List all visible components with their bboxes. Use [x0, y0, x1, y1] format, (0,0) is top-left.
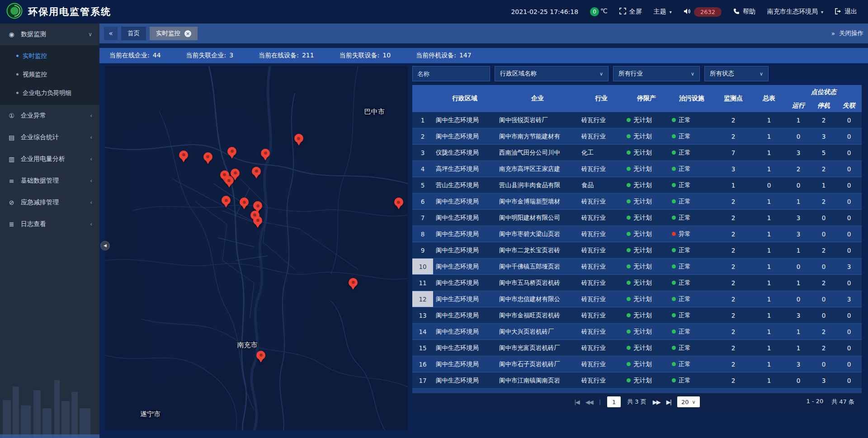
industry-cell: 砖瓦行业 — [579, 275, 624, 291]
monitor-count-cell: 3 — [714, 161, 752, 177]
sidebar-item-company-abnormal[interactable]: ① 企业异常 ‹ — [0, 105, 99, 127]
offline-count-cell: 0 — [836, 356, 862, 372]
table-row[interactable]: 18 南部生态环境局 南部县建丰建材有限公 砖瓦行业 无计划 正常 2 1 0 — [412, 389, 862, 393]
offline-count-cell: 0 — [836, 389, 862, 393]
monitor-count-cell: 2 — [714, 291, 752, 307]
offline-count-cell: 0 — [836, 161, 862, 177]
status-dot-icon — [627, 281, 631, 285]
body-row: ◉ 数据监测 ∨ 实时监控 视频监控 企业电力负荷明细 — [0, 24, 868, 438]
table-row[interactable]: 13 阆中生态环境局 阆中市金福旺页岩机砖 砖瓦行业 无计划 正常 2 1 3 — [412, 307, 862, 324]
table-row[interactable]: 17 阆中生态环境局 阆中市江南镇阆南页岩 砖瓦行业 无计划 正常 2 1 0 — [412, 372, 862, 389]
stats-bar: 当前在线企业:44 当前失联企业:3 当前在线设备:211 当前失联设备:10 … — [99, 48, 868, 63]
status-filter-select[interactable]: 所有状态 ∨ — [704, 66, 769, 81]
facility-status-cell: 正常 — [669, 324, 714, 339]
sidebar-item-base-data[interactable]: ≡ 基础数据管理 ‹ — [0, 170, 99, 192]
map-pin[interactable] — [349, 278, 358, 290]
map-pin[interactable] — [231, 169, 240, 181]
stopped-count-cell: 2 — [811, 340, 836, 356]
industry-cell: 砖瓦行业 — [579, 210, 624, 226]
map-pin[interactable] — [179, 151, 188, 163]
stat-item: 当前在线设备:211 — [259, 52, 314, 60]
limit-status-cell: 无计划 — [624, 307, 669, 323]
industry-cell: 砖瓦行业 — [579, 193, 624, 209]
map-pin[interactable] — [240, 198, 249, 210]
table-row[interactable]: 3 仪陇生态环境局 西南油气田分公司川中 化工 无计划 正常 7 1 3 — [412, 145, 862, 161]
facility-status-cell: 正常 — [669, 161, 714, 177]
organization-dropdown[interactable]: 南充市生态环境局 ▾ — [767, 8, 823, 16]
sidebar-item-data-monitor[interactable]: ◉ 数据监测 ∨ — [0, 24, 99, 45]
tabs-scroll-left-button[interactable]: « — [104, 27, 118, 40]
close-operations-button[interactable]: » 关闭操作 — [831, 29, 863, 38]
sidebar-item-realtime-monitor[interactable]: 实时监控 — [0, 47, 99, 65]
region-cell: 南部生态环境局 — [433, 389, 496, 393]
table-row[interactable]: 6 阆中生态环境局 阆中市金博瑞新型墙材 砖瓦行业 无计划 正常 2 1 1 — [412, 193, 862, 210]
last-page-button[interactable]: ▶| — [666, 399, 671, 405]
sidebar-item-log-view[interactable]: ≣ 日志查看 ‹ — [0, 213, 99, 235]
facility-status-cell: 正常 — [669, 259, 714, 274]
logout-button[interactable]: 退出 — [835, 8, 857, 16]
sidebar-item-emergency-reduction[interactable]: ⊘ 应急减排管理 ‹ — [0, 192, 99, 213]
running-count-cell: 1 — [786, 340, 811, 356]
map-pin[interactable] — [294, 134, 303, 146]
pin-tip-icon — [258, 358, 264, 363]
fullscreen-button[interactable]: 全屏 — [619, 8, 642, 16]
map-city-label: 遂宁市 — [140, 410, 160, 418]
running-count-cell: 3 — [786, 356, 811, 372]
map-collapse-handle[interactable]: ◀ — [100, 241, 110, 250]
table-row[interactable]: 15 阆中生态环境局 阆中市光富页岩机砖厂 砖瓦行业 无计划 正常 2 1 1 — [412, 340, 862, 356]
prev-page-button[interactable]: ◀◀ — [585, 399, 593, 405]
stat-value: 147 — [459, 52, 472, 60]
map-pin[interactable] — [256, 351, 265, 363]
table-row[interactable]: 8 阆中生态环境局 阆中市枣碧大梁山页岩 砖瓦行业 无计划 异常 2 1 3 — [412, 226, 862, 242]
table-row[interactable]: 14 阆中生态环境局 阆中大兴页岩机砖厂 砖瓦行业 无计划 正常 2 1 1 — [412, 324, 862, 340]
page-size-select[interactable]: 20∨ — [677, 396, 700, 407]
table-row[interactable]: 11 阆中生态环境局 阆中市五马桥页岩机砖 砖瓦行业 无计划 正常 2 1 1 — [412, 275, 862, 291]
map-pin[interactable] — [252, 167, 261, 179]
range-label: 1 - 20 — [806, 398, 823, 406]
table-row[interactable]: 1 阆中生态环境局 阆中强锐页岩砖厂 砖瓦行业 无计划 正常 2 1 1 — [412, 112, 862, 128]
sidebar-item-label: 基础数据管理 — [21, 177, 59, 185]
map-pin[interactable] — [394, 198, 403, 210]
sidebar-subitem-label: 企业电力负荷明细 — [23, 89, 71, 97]
sidebar-item-video-monitor[interactable]: 视频监控 — [0, 65, 99, 84]
limit-status-cell: 无计划 — [624, 372, 669, 388]
stat-value: 211 — [302, 52, 314, 60]
offline-count-cell: 0 — [836, 242, 862, 258]
region-filter-select[interactable]: 行政区域名称 ∨ — [495, 66, 609, 81]
table-row[interactable]: 4 高坪生态环境局 南充市高坪区王家店建 砖瓦行业 无计划 正常 3 1 2 — [412, 161, 862, 177]
map-pin[interactable] — [203, 152, 212, 165]
sidebar-item-power-load-detail[interactable]: 企业电力负荷明细 — [0, 84, 99, 102]
region-filter-value: 行政区域名称 — [500, 70, 537, 78]
theme-dropdown[interactable]: 主题 ▾ — [654, 8, 672, 16]
map-pin[interactable] — [253, 216, 262, 228]
table-row[interactable]: 12 阆中生态环境局 阆中市忠信建材有限公 砖瓦行业 无计划 正常 2 1 0 — [412, 291, 862, 307]
sidebar-item-label: 企业异常 — [21, 112, 46, 120]
tab-home[interactable]: 首页 — [121, 27, 146, 40]
table-row[interactable]: 5 营山生态环境局 营山县润丰肉食品有限 食品 无计划 正常 1 0 0 — [412, 177, 862, 193]
chevron-down-icon: ∨ — [692, 399, 696, 405]
sidebar-item-power-analysis[interactable]: ▥ 企业用电量分析 ‹ — [0, 148, 99, 170]
region-cell: 阆中生态环境局 — [433, 307, 496, 323]
help-button[interactable]: 帮助 — [733, 8, 755, 16]
industry-filter-select[interactable]: 所有行业 ∨ — [613, 66, 700, 81]
region-cell: 阆中生态环境局 — [433, 372, 496, 388]
table-row[interactable]: 10 阆中生态环境局 阆中千佛镇五郎垭页岩 砖瓦行业 无计划 正常 2 1 0 — [412, 259, 862, 275]
sidebar-item-company-statistics[interactable]: ▤ 企业综合统计 ‹ — [0, 127, 99, 148]
map-panel[interactable]: 巴中市 南充市 遂宁市 — [105, 66, 408, 430]
page-number-input[interactable]: 1 — [607, 396, 621, 407]
map-pin[interactable] — [222, 196, 231, 208]
table-row[interactable]: 2 阆中生态环境局 阆中市南方节能建材有 砖瓦行业 无计划 正常 2 1 0 — [412, 128, 862, 145]
alarm-indicator[interactable]: 2632 — [684, 7, 722, 17]
first-page-button[interactable]: |◀ — [574, 399, 579, 405]
map-pin[interactable] — [261, 149, 270, 161]
tab-realtime-monitor[interactable]: 实时监控 × — [150, 27, 198, 40]
next-page-button[interactable]: ▶▶ — [653, 399, 660, 405]
map-pin[interactable] — [227, 147, 236, 159]
facility-status-cell: 正常 — [669, 128, 714, 144]
name-filter-input[interactable] — [412, 66, 490, 81]
close-icon[interactable]: × — [184, 30, 191, 37]
table-row[interactable]: 9 阆中生态环境局 阆中市二龙长宝页岩砖 砖瓦行业 无计划 正常 2 1 1 — [412, 242, 862, 259]
table-row[interactable]: 16 阆中生态环境局 阆中市石子页岩机砖厂 砖瓦行业 无计划 正常 2 1 3 — [412, 356, 862, 372]
region-cell: 阆中生态环境局 — [433, 275, 496, 291]
table-row[interactable]: 7 阆中生态环境局 阆中明阳建材有限公司 砖瓦行业 无计划 正常 2 1 3 — [412, 210, 862, 226]
